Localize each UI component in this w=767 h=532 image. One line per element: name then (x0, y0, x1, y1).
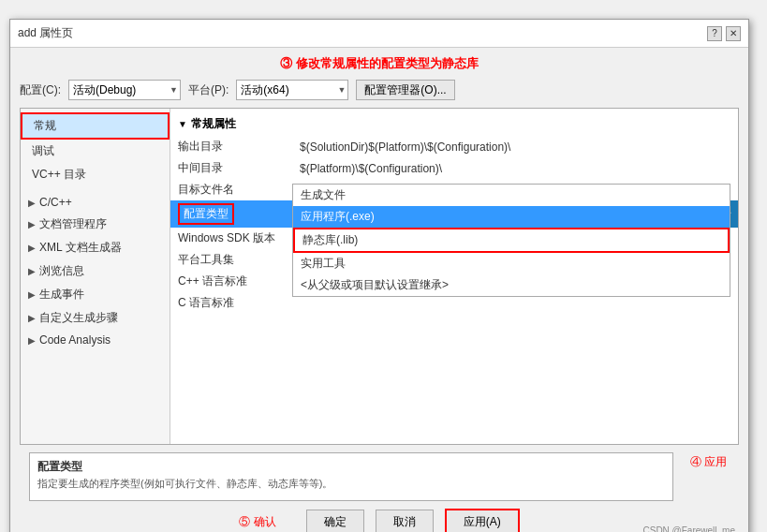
dropdown-item-inherit[interactable]: <从父级或项目默认设置继承> (293, 274, 730, 296)
section-header: ▼ 常规属性 (170, 112, 738, 136)
sidebar-item-vc-dirs[interactable]: VC++ 目录 (21, 163, 170, 186)
prop-value: $(SolutionDir)$(Platform)\$(Configuratio… (292, 136, 738, 157)
sidebar-item-debug[interactable]: 调试 (21, 140, 170, 163)
apply-button[interactable]: 应用(A) (445, 509, 520, 532)
sidebar-item-custom-build[interactable]: ▶ 自定义生成步骤 (21, 306, 170, 330)
expand-icon-docmgr: ▶ (28, 219, 36, 229)
question-btn[interactable]: ? (707, 26, 722, 41)
footer-info-desc: 指定要生成的程序类型(例如可执行文件、静态库、动态库等等)。 (37, 477, 665, 491)
sidebar-item-doc-mgr[interactable]: ▶ 文档管理程序 (21, 213, 170, 236)
watermark: CSDN @Farewell_me (642, 525, 735, 532)
dialog: add 属性页 ? ✕ ③ 修改常规属性的配置类型为静态库 配置(C): 活动(… (9, 19, 749, 532)
platform-label: 平台(P): (188, 82, 229, 98)
table-row: 输出目录 $(SolutionDir)$(Platform)\$(Configu… (170, 136, 738, 157)
prop-name-config-type: 配置类型 (170, 200, 292, 228)
config-select-wrapper[interactable]: 活动(Debug) ▼ (68, 80, 181, 100)
config-type-label: 配置类型 (178, 203, 234, 225)
dropdown-item-exe[interactable]: 应用程序(.exe) (293, 206, 730, 228)
config-manager-btn[interactable]: 配置管理器(O)... (356, 80, 454, 100)
expand-icon-custombuild: ▶ (28, 313, 36, 323)
prop-name: 输出目录 (170, 136, 292, 157)
platform-select-wrapper[interactable]: 活动(x64) ▼ (236, 80, 348, 100)
expand-icon-xmlgen: ▶ (28, 243, 36, 253)
prop-name: 目标文件名 (170, 179, 292, 200)
expand-icon-buildevents: ▶ (28, 289, 36, 300)
footer-actions: ⑤ 确认 确定 取消 应用(A) (10, 503, 748, 532)
sidebar-item-code-analysis[interactable]: ▶ Code Analysis (21, 330, 170, 350)
main-content: 常规 调试 VC++ 目录 ▶ C/C++ ▶ 文档管理程序 ▶ XML 文档生… (20, 108, 739, 445)
dropdown-item-static-lib[interactable]: 静态库(.lib) (293, 228, 730, 253)
footer-info-title: 配置类型 (37, 459, 665, 475)
platform-select[interactable]: 活动(x64) (236, 80, 348, 100)
step3-label: ③ 修改常规属性的配置类型为静态库 (10, 48, 748, 76)
right-panel: ▼ 常规属性 输出目录 $(SolutionDir)$(Platform)\$(… (170, 109, 738, 444)
step5-label: ⑤ 确认 (239, 514, 275, 530)
dialog-title: add 属性页 (18, 25, 73, 41)
footer-info: 配置类型 指定要生成的程序类型(例如可执行文件、静态库、动态库等等)。 (29, 452, 673, 501)
config-row: 配置(C): 活动(Debug) ▼ 平台(P): 活动(x64) ▼ 配置管理… (10, 76, 748, 104)
apply-step-label: ④ 应用 (683, 449, 739, 470)
title-controls: ? ✕ (707, 26, 741, 41)
ok-button[interactable]: 确定 (306, 510, 364, 532)
title-bar: add 属性页 ? ✕ (10, 20, 748, 48)
prop-name: 中间目录 (170, 157, 292, 179)
config-label: 配置(C): (20, 82, 61, 98)
table-row: 中间目录 $(Platform)\$(Configuration)\ (170, 157, 738, 179)
expand-icon-browse: ▶ (28, 266, 36, 276)
dropdown-item-makefile[interactable]: 生成文件 (293, 185, 730, 206)
dropdown-item-utility[interactable]: 实用工具 (293, 253, 730, 274)
section-arrow-icon: ▼ (178, 119, 187, 129)
sidebar-item-browse[interactable]: ▶ 浏览信息 (21, 259, 170, 283)
expand-icon-codeanalysis: ▶ (28, 335, 36, 346)
sidebar-item-xml-gen[interactable]: ▶ XML 文档生成器 (21, 236, 170, 259)
close-btn[interactable]: ✕ (726, 26, 741, 41)
sidebar-item-build-events[interactable]: ▶ 生成事件 (21, 283, 170, 306)
prop-name: Windows SDK 版本 (170, 228, 292, 249)
prop-name: C++ 语言标准 (170, 271, 292, 292)
expand-icon-cpp: ▶ (28, 198, 36, 208)
footer-wrapper: 配置类型 指定要生成的程序类型(例如可执行文件、静态库、动态库等等)。 ④ 应用 (20, 449, 739, 503)
config-type-dropdown: 生成文件 应用程序(.exe) 静态库(.lib) 实用工具 <从父级或项目默认… (292, 184, 730, 297)
sidebar-item-cpp[interactable]: ▶ C/C++ (21, 192, 170, 213)
config-select[interactable]: 活动(Debug) (68, 80, 181, 100)
sidebar-item-general[interactable]: 常规 (21, 112, 170, 140)
left-panel: 常规 调试 VC++ 目录 ▶ C/C++ ▶ 文档管理程序 ▶ XML 文档生… (21, 109, 170, 444)
prop-value: $(Platform)\$(Configuration)\ (292, 157, 738, 179)
prop-name: 平台工具集 (170, 249, 292, 271)
cancel-button[interactable]: 取消 (376, 510, 434, 532)
prop-name: C 语言标准 (170, 292, 292, 314)
